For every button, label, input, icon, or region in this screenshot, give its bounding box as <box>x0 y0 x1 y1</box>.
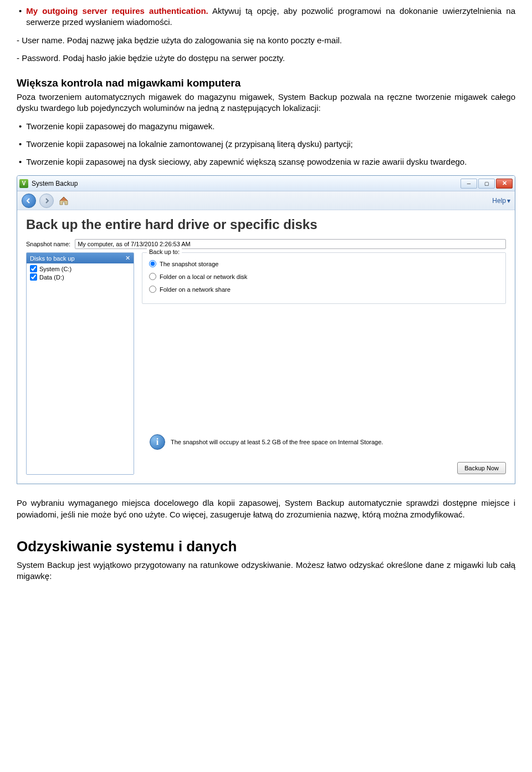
bullet-auth: • My outgoing server requires authentica… <box>17 6 515 28</box>
bullet-dot: • <box>19 6 22 28</box>
radio-local-folder-input[interactable] <box>149 273 156 280</box>
panel-close-icon[interactable]: ✕ <box>125 255 130 262</box>
bullet-dot: • <box>19 139 22 150</box>
para-control: Poza tworzeniem automatycznych migawek d… <box>17 92 515 114</box>
close-button[interactable]: ✕ <box>496 179 513 189</box>
bullet-network-text: Tworzenie kopii zapasowej na dysk siecio… <box>26 156 467 167</box>
line-password: - Password. Podaj hasło jakie będzie uży… <box>17 53 515 64</box>
radio-label: Folder on a network share <box>160 286 231 293</box>
bullet-network: • Tworzenie kopii zapasowej na dysk siec… <box>17 156 515 167</box>
bullet-local-text: Tworzenie kopii zapasowej na lokalnie za… <box>26 139 352 150</box>
arrow-left-icon <box>25 197 32 204</box>
bullet-local: • Tworzenie kopii zapasowej na lokalnie … <box>17 139 515 150</box>
titlebar[interactable]: V System Backup ─ ▢ ✕ <box>17 176 515 191</box>
back-button[interactable] <box>22 194 36 208</box>
snapshot-name-label: Snapshot name: <box>26 241 70 247</box>
radio-network-share[interactable]: Folder on a network share <box>149 283 499 296</box>
page-heading: Back up the entire hard drive or specifi… <box>26 217 506 232</box>
bullet-dot: • <box>19 156 22 167</box>
snapshot-name-input[interactable] <box>75 239 506 249</box>
toolbar: Help ▾ <box>17 191 515 210</box>
disk-row[interactable]: System (C:) <box>27 265 134 273</box>
heading-control: Większa kontrola nad migawkami komputera <box>17 77 515 89</box>
disk-label: Data (D:) <box>39 274 64 281</box>
backup-to-fieldset: Back up to: The snapshot storage Folder … <box>142 252 506 304</box>
app-icon: V <box>19 179 28 188</box>
line-username: - User name. Podaj nazwę jaka będzie uży… <box>17 35 515 46</box>
radio-snapshot-storage[interactable]: The snapshot storage <box>149 257 499 270</box>
para-after-screenshot: Po wybraniu wymaganego miejsca doceloweg… <box>17 497 515 520</box>
para-recovery: System Backup jest wyjątkowo przygotowan… <box>17 560 515 582</box>
disk-checkbox-c[interactable] <box>30 265 37 272</box>
radio-label: Folder on a local or network disk <box>160 273 247 280</box>
maximize-button[interactable]: ▢ <box>478 179 495 189</box>
home-icon <box>58 195 69 206</box>
app-window: V System Backup ─ ▢ ✕ Help <box>17 175 515 484</box>
radio-label: The snapshot storage <box>160 261 218 267</box>
disks-panel-title: Disks to back up <box>30 255 75 262</box>
info-bar: i The snapshot will occupy at least 5.2 … <box>150 434 506 450</box>
bullet-storage: • Tworzenie kopii zapasowej do magazynu … <box>17 121 515 132</box>
radio-local-folder[interactable]: Folder on a local or network disk <box>149 270 499 283</box>
bullet-storage-text: Tworzenie kopii zapasowej do magazynu mi… <box>26 121 214 132</box>
home-button[interactable] <box>57 194 70 207</box>
backup-to-legend: Back up to: <box>147 248 182 255</box>
bullet-auth-label: My outgoing server requires authenticati… <box>26 6 208 16</box>
forward-button[interactable] <box>39 194 54 208</box>
disk-row[interactable]: Data (D:) <box>27 273 134 281</box>
bullet-dot: • <box>19 121 22 132</box>
minimize-button[interactable]: ─ <box>461 179 477 189</box>
disk-checkbox-d[interactable] <box>30 273 37 281</box>
window-title: System Backup <box>32 180 78 187</box>
heading-recovery: Odzyskiwanie systemu i danych <box>17 538 515 555</box>
content-area: Back up the entire hard drive or specifi… <box>17 210 515 484</box>
radio-snapshot-storage-input[interactable] <box>149 260 156 267</box>
disks-panel: Disks to back up ✕ System (C:) Data (D:) <box>26 252 134 475</box>
info-text: The snapshot will occupy at least 5.2 GB… <box>171 439 383 445</box>
disk-label: System (C:) <box>39 266 71 272</box>
backup-now-button[interactable]: Backup Now <box>457 462 506 474</box>
radio-network-share-input[interactable] <box>149 286 156 293</box>
arrow-right-icon <box>43 197 50 204</box>
chevron-down-icon: ▾ <box>507 197 510 205</box>
help-menu[interactable]: Help ▾ <box>492 197 510 205</box>
help-label: Help <box>492 197 506 205</box>
info-icon: i <box>150 434 165 450</box>
